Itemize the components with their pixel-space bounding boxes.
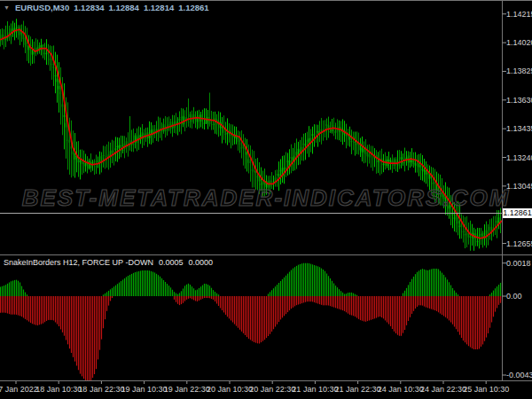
- quote-low: 1.12814: [144, 3, 174, 12]
- time-axis-label: 19 Jan 22:30: [164, 385, 210, 394]
- time-axis-label: 24 Jan 10:30: [378, 385, 424, 394]
- quote-close: 1.12861: [178, 3, 208, 12]
- bid-price-box: 1.12861: [503, 208, 532, 218]
- indicator-axis[interactable]: 0.00180.00-0.0043: [503, 255, 532, 381]
- indicator-value-up: 0.0005: [159, 258, 184, 267]
- price-tick-label: 1.13825: [506, 66, 532, 75]
- quote-open: 1.12834: [74, 3, 104, 12]
- time-axis-label: 20 Jan 10:30: [207, 385, 253, 394]
- price-tick-label: 1.14020: [506, 38, 532, 47]
- indicator-tick-label: 0.00: [506, 292, 522, 301]
- time-axis-label: 17 Jan 2022: [0, 385, 38, 394]
- price-tick-label: 1.12655: [506, 239, 532, 248]
- indicator-label: SnakeInBorders H12, FORCE UP -DOWN 0.000…: [4, 258, 213, 267]
- quote-high: 1.12884: [109, 3, 139, 12]
- symbol-period-label: EURUSD,M30: [15, 3, 69, 12]
- price-tick-label: 1.13630: [506, 96, 532, 105]
- time-axis-label: 25 Jan 10:30: [463, 385, 509, 394]
- mt4-chart-window: ▼ EURUSD,M30 1.12834 1.12884 1.12814 1.1…: [0, 0, 532, 399]
- price-tick-label: 1.14215: [506, 10, 532, 19]
- indicator-tick-label: 0.0018: [506, 259, 531, 268]
- chart-title-bar: ▼ EURUSD,M30 1.12834 1.12884 1.12814 1.1…: [4, 3, 209, 12]
- price-tick-label: 1.13435: [506, 124, 532, 133]
- time-axis-label: 20 Jan 22:30: [249, 385, 295, 394]
- watermark-text: BEST-METATRADER-INDICATORS.COM: [0, 184, 532, 212]
- time-axis-label: 24 Jan 22:30: [420, 385, 466, 394]
- time-axis-label: 21 Jan 22:30: [335, 385, 381, 394]
- indicator-name: SnakeInBorders H12, FORCE UP -DOWN: [4, 258, 153, 267]
- symbol-dropdown-icon[interactable]: ▼: [4, 4, 10, 12]
- indicator-value-down: 0.0000: [188, 258, 213, 267]
- price-tick-label: 1.13240: [506, 153, 532, 162]
- time-axis-label: 18 Jan 10:30: [35, 385, 82, 394]
- time-axis-label: 18 Jan 22:30: [78, 385, 124, 394]
- indicator-tick-label: -0.0043: [506, 371, 532, 379]
- time-axis[interactable]: 17 Jan 202218 Jan 10:3018 Jan 22:3019 Ja…: [0, 381, 532, 399]
- time-axis-label: 19 Jan 10:30: [121, 385, 168, 394]
- time-axis-label: 21 Jan 10:30: [292, 385, 338, 394]
